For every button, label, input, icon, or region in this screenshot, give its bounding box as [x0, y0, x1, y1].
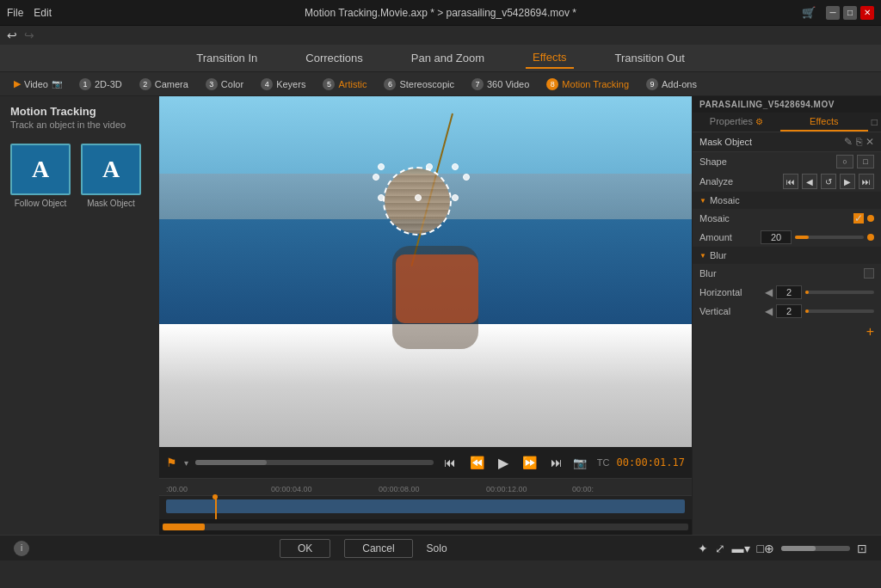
effect-mask-object[interactable]: A Mask Object [81, 144, 141, 208]
info-button[interactable]: i [14, 541, 29, 556]
timeline-mark-0: :00.00 [166, 485, 188, 493]
tab-keyers-label: Keyers [276, 79, 305, 89]
tab-360video[interactable]: 7 360 Video [465, 77, 536, 92]
tab-stereo-label: Stereoscopic [399, 79, 454, 89]
analyze-back-step[interactable]: ◀ [802, 174, 817, 189]
tab-properties[interactable]: Properties ⚙ [693, 113, 780, 132]
right-panel-filename: PARASAILING_V5428694.MOV [693, 96, 881, 113]
shape-row: Shape ○ □ [693, 152, 881, 171]
menu-file[interactable]: File [7, 7, 23, 19]
horizontal-slider[interactable] [805, 291, 874, 294]
tab-keyers[interactable]: 4 Keyers [254, 77, 312, 92]
skip-to-start-button[interactable]: ⏮ [440, 454, 459, 471]
play-button[interactable]: ▶ [495, 453, 512, 473]
vertical-slider-fill [805, 309, 809, 313]
mosaic-section-header[interactable]: ▼ Mosaic [693, 192, 881, 209]
compass-icon[interactable]: ✦ [698, 542, 708, 555]
zoom-icon[interactable]: □⊕ [757, 542, 774, 555]
analyze-refresh[interactable]: ↺ [821, 174, 836, 189]
close-button[interactable]: ✕ [860, 6, 874, 20]
analyze-fwd-end[interactable]: ⏭ [859, 174, 874, 189]
timecode-display: 00:00:01.17 [617, 456, 685, 469]
follow-object-label: Follow Object [15, 199, 67, 208]
blur-enable-row: Blur [693, 264, 881, 283]
tab-number-2d3d: 1 [79, 78, 91, 90]
horizontal-row: Horizontal ◀ [693, 283, 881, 302]
maximize-button[interactable]: □ [843, 6, 857, 20]
titlebar: File Edit Motion Tracking.Movie.axp * > … [0, 0, 881, 26]
blur-section-title: Blur [710, 250, 727, 260]
cancel-button[interactable]: Cancel [344, 539, 412, 558]
add-effect-button[interactable]: + [866, 324, 874, 339]
skip-to-end-button[interactable]: ⏭ [547, 454, 566, 471]
blur-checkbox[interactable] [864, 268, 874, 279]
horizontal-decrement[interactable]: ◀ [765, 286, 773, 298]
undo-button[interactable]: ↩ [7, 28, 17, 42]
tab-camera[interactable]: 2 Camera [132, 77, 195, 92]
effect-follow-object[interactable]: A Follow Object [10, 144, 71, 208]
camera-capture-icon[interactable]: 📷 [573, 456, 587, 469]
vertical-slider[interactable] [805, 309, 874, 313]
next-frame-button[interactable]: ⏩ [519, 454, 540, 471]
mask-object-edit-icon[interactable]: ✎ [844, 136, 853, 148]
tab-2d-3d[interactable]: 1 2D-3D [72, 77, 129, 92]
shape-circle-button[interactable]: ○ [836, 155, 853, 168]
tab-motion-tracking[interactable]: 8 Motion Tracking [539, 77, 636, 92]
amount-input[interactable] [761, 230, 792, 244]
analyze-back-start[interactable]: ⏮ [783, 174, 798, 189]
analyze-fwd-step[interactable]: ▶ [840, 174, 855, 189]
vertical-decrement[interactable]: ◀ [765, 305, 773, 317]
blur-section-header[interactable]: ▼ Blur [693, 247, 881, 264]
solo-label: Solo [427, 542, 447, 554]
display-options-icon[interactable]: ▬▾ [732, 542, 750, 555]
tab-artistic[interactable]: 5 Artistic [316, 77, 373, 92]
mosaic-checkbox[interactable]: ✓ [853, 213, 864, 224]
timeline-mark-1: 00:00:04.00 [271, 485, 312, 493]
mask-object-copy-icon[interactable]: ⎘ [856, 136, 862, 148]
nav-effects[interactable]: Effects [526, 47, 574, 69]
right-panel: PARASAILING_V5428694.MOV Properties ⚙ Ef… [692, 96, 881, 535]
tab-effects[interactable]: Effects [780, 113, 868, 132]
minimize-button[interactable]: ─ [826, 6, 840, 20]
horizontal-label: Horizontal [699, 287, 742, 297]
right-panel-expand-icon[interactable]: □ [868, 113, 881, 132]
ok-button[interactable]: OK [280, 539, 330, 558]
tab-stereoscopic[interactable]: 6 Stereoscopic [377, 77, 461, 92]
analyze-row: Analyze ⏮ ◀ ↺ ▶ ⏭ [693, 171, 881, 192]
progress-track[interactable] [163, 524, 688, 530]
fit-frame-icon[interactable]: ⊡ [857, 542, 867, 555]
vertical-row: Vertical ◀ [693, 302, 881, 321]
vertical-input[interactable] [776, 304, 802, 318]
playhead-bar[interactable] [195, 460, 434, 465]
timeline-track[interactable] [159, 496, 692, 519]
top-navigation: Transition In Corrections Pan and Zoom E… [0, 45, 881, 72]
nav-pan-zoom[interactable]: Pan and Zoom [404, 48, 491, 68]
timeline-playhead[interactable] [215, 496, 217, 519]
prev-frame-button[interactable]: ⏪ [466, 454, 488, 471]
zoom-slider[interactable] [781, 546, 850, 551]
menu-edit[interactable]: Edit [34, 7, 52, 19]
tab-addons[interactable]: 9 Add-ons [639, 77, 704, 92]
amount-keyframe-dot [867, 234, 874, 241]
track-dot-3 [452, 163, 459, 170]
mask-object-label: Mask Object [87, 199, 135, 208]
fullscreen-icon[interactable]: ⤢ [715, 542, 725, 555]
track-dot-8 [373, 174, 379, 181]
effect-category-title: Motion Tracking [10, 105, 149, 118]
shape-label: Shape [699, 156, 727, 167]
mask-object-delete-icon[interactable]: ✕ [866, 136, 874, 148]
tab-video[interactable]: ▶ Video 📷 [7, 77, 69, 91]
amount-slider-fill [795, 236, 809, 239]
tab-color[interactable]: 3 Color [199, 77, 250, 92]
undo-redo-bar: ↩ ↪ [0, 26, 881, 45]
amount-slider[interactable] [795, 236, 864, 239]
nav-transition-out[interactable]: Transition Out [608, 48, 692, 68]
cart-icon[interactable]: 🛒 [802, 6, 816, 20]
shape-rect-button[interactable]: □ [857, 155, 874, 168]
horizontal-input[interactable] [776, 285, 802, 299]
redo-button[interactable]: ↪ [24, 28, 34, 42]
menu-bar: File Edit [7, 7, 52, 19]
nav-transition-in[interactable]: Transition In [189, 48, 264, 68]
tab-number-addons: 9 [646, 78, 658, 90]
nav-corrections[interactable]: Corrections [299, 48, 369, 68]
